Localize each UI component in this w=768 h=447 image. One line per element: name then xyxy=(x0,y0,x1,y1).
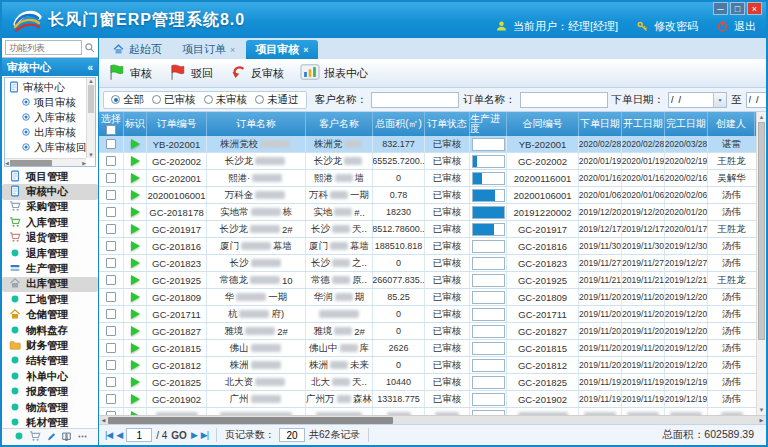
row-checkbox[interactable] xyxy=(106,394,116,404)
toolbar-button-驳回[interactable]: 驳回 xyxy=(168,63,213,83)
radio-未审核[interactable]: 未审核 xyxy=(204,93,248,107)
table-row[interactable]: GC-2018178实地常栋实地#..18230已审核2019122000220… xyxy=(99,204,756,221)
table-row[interactable]: GC-201812株洲株洲未来0已审核GC-2018122019/11/2020… xyxy=(99,357,756,374)
row-checkbox[interactable] xyxy=(106,190,116,200)
column-header[interactable]: 客户名称 xyxy=(306,112,373,136)
next-page-button[interactable]: ▶ xyxy=(191,430,197,440)
sidebar-item[interactable]: 物料盘存 xyxy=(2,323,98,338)
order-date-from-input[interactable] xyxy=(669,93,713,107)
table-row[interactable]: GC-201823长沙长沙之..0已审核GC-2018232019/11/272… xyxy=(99,255,756,272)
grid-horizontal-scrollbar[interactable]: ◀ ▶ xyxy=(99,415,766,424)
tree-root-node[interactable]: 审核中心 xyxy=(8,80,85,95)
sidebar-item[interactable]: 工地管理 xyxy=(2,292,98,307)
column-header[interactable]: 下单日期 xyxy=(579,112,622,136)
minimize-button[interactable]: ─ xyxy=(713,2,728,15)
go-button[interactable]: GO xyxy=(171,430,187,441)
radio-dot-icon[interactable] xyxy=(152,95,161,104)
prev-page-button[interactable]: ◀ xyxy=(116,430,122,440)
table-row[interactable]: GC-202002长沙龙长沙龙65525.7200..已审核GC-2020022… xyxy=(99,153,756,170)
column-header[interactable]: 创建人 xyxy=(708,112,755,136)
row-checkbox[interactable] xyxy=(106,292,116,302)
table-row[interactable]: GC-202001熙港·熙港墙0已审核202001160012020/01/16… xyxy=(99,170,756,187)
scrollbar-thumb[interactable] xyxy=(108,417,393,424)
dot-icon[interactable] xyxy=(13,428,25,446)
column-header[interactable]: 完工日期 xyxy=(665,112,708,136)
close-button[interactable]: × xyxy=(747,2,762,15)
table-row[interactable]: GC-201917长沙龙2#长沙天..8512.78600..已审核GC-201… xyxy=(99,221,756,238)
row-checkbox[interactable] xyxy=(106,173,116,183)
radio-dot-icon[interactable] xyxy=(111,95,120,104)
radio-全部[interactable]: 全部 xyxy=(111,93,144,107)
sidebar-item[interactable]: 入库管理 xyxy=(2,215,98,230)
column-header[interactable]: 合同编号 xyxy=(507,112,579,136)
toolbar-button-反审核[interactable]: 反审核 xyxy=(229,64,284,83)
table-row[interactable]: GC-201825北大资北大天..10440已审核GC-2018252019/1… xyxy=(99,374,756,391)
row-checkbox[interactable] xyxy=(106,258,116,268)
table-row[interactable]: GC-201816厦门幕墙厦门幕墙188510.818已审核GC-2018162… xyxy=(99,238,756,255)
row-checkbox[interactable] xyxy=(106,326,116,336)
tab-项目订单[interactable]: 项目订单× xyxy=(173,40,244,59)
tree-node[interactable]: 出库审核 xyxy=(8,125,85,140)
sidebar-item[interactable]: 补单中心 xyxy=(2,369,98,384)
collapse-icon[interactable]: « xyxy=(87,62,93,73)
sidebar-item[interactable]: 退货管理 xyxy=(2,231,98,246)
page-size-input[interactable] xyxy=(279,428,305,442)
row-checkbox[interactable] xyxy=(106,343,116,353)
sidebar-item[interactable]: 审核中心 xyxy=(2,184,98,199)
radio-未通过[interactable]: 未通过 xyxy=(255,93,299,107)
sidebar-item[interactable]: 采购管理 xyxy=(2,200,98,215)
sidebar-item[interactable]: 报废管理 xyxy=(2,384,98,399)
tree-node[interactable]: 入库审核 xyxy=(8,110,85,125)
last-page-button[interactable]: ▶| xyxy=(201,430,208,440)
table-row[interactable]: GC-201711杭府)0已审核GC-2017112019/11/202019/… xyxy=(99,306,756,323)
maximize-button[interactable]: □ xyxy=(730,2,745,15)
column-header[interactable]: 订单名称 xyxy=(207,112,306,136)
row-checkbox[interactable] xyxy=(106,275,116,285)
column-header[interactable]: 订单编号 xyxy=(147,112,207,136)
order-date-to-input[interactable] xyxy=(747,93,767,107)
row-checkbox[interactable] xyxy=(106,309,116,319)
select-all-checkbox[interactable] xyxy=(106,125,116,135)
column-header[interactable]: 生产进度 xyxy=(470,112,507,136)
row-checkbox[interactable] xyxy=(106,241,116,251)
row-checkbox[interactable] xyxy=(106,377,116,387)
grid-vertical-scrollbar[interactable]: ▲ ▼ xyxy=(756,112,766,415)
more-icon[interactable] xyxy=(77,428,88,446)
tree-vertical-scrollbar[interactable]: ▲ ▼ xyxy=(86,78,95,158)
chevron-down-icon[interactable]: ▼ xyxy=(713,93,726,107)
row-checkbox[interactable] xyxy=(106,207,116,217)
sidebar-item[interactable]: 仓储管理 xyxy=(2,308,98,323)
close-tab-icon[interactable]: × xyxy=(303,45,308,55)
sidebar-item[interactable]: 项目管理 xyxy=(2,169,98,184)
table-row[interactable]: GC-201815佛山佛山中库2626已审核GC-2018152019/11/2… xyxy=(99,340,756,357)
row-checkbox[interactable] xyxy=(106,360,116,370)
first-page-button[interactable]: |◀ xyxy=(105,430,112,440)
scrollbar-thumb[interactable] xyxy=(758,122,765,340)
tree-node[interactable]: 入库审核回退 xyxy=(8,140,85,155)
book-icon[interactable] xyxy=(61,428,72,446)
row-checkbox[interactable] xyxy=(106,224,116,234)
radio-已审核[interactable]: 已审核 xyxy=(152,93,196,107)
change-password-link[interactable]: 修改密码 xyxy=(654,19,698,34)
sidebar-item[interactable]: 生产管理 xyxy=(2,261,98,276)
column-header[interactable]: 开工日期 xyxy=(622,112,665,136)
row-checkbox[interactable] xyxy=(106,156,116,166)
pen-icon[interactable] xyxy=(46,428,57,446)
table-row[interactable]: 20200106001万科金万科一期0.78已审核202001060012020… xyxy=(99,187,756,204)
column-header[interactable]: 标识 xyxy=(124,112,147,136)
cart-icon[interactable] xyxy=(29,428,41,446)
column-header[interactable]: 总面积(㎡) xyxy=(373,112,425,136)
tab-起始页[interactable]: 起始页 xyxy=(103,40,171,59)
sidebar-item[interactable]: 物流管理 xyxy=(2,400,98,415)
sidebar-item[interactable]: 退库管理 xyxy=(2,246,98,261)
column-header[interactable]: 选择 xyxy=(99,112,124,136)
close-tab-icon[interactable]: × xyxy=(230,45,235,55)
radio-dot-icon[interactable] xyxy=(255,95,264,104)
column-header[interactable]: 订单状态 xyxy=(425,112,470,136)
table-row[interactable]: GC-201827雅境2#雅境2#0已审核GC-2018272019/11/20… xyxy=(99,323,756,340)
toolbar-button-审核[interactable]: 审核 xyxy=(107,63,152,83)
tree-node[interactable]: 项目审核 xyxy=(8,95,85,110)
table-row[interactable] xyxy=(99,408,756,415)
row-checkbox[interactable] xyxy=(106,139,116,149)
tab-项目审核[interactable]: 项目审核× xyxy=(246,40,317,59)
